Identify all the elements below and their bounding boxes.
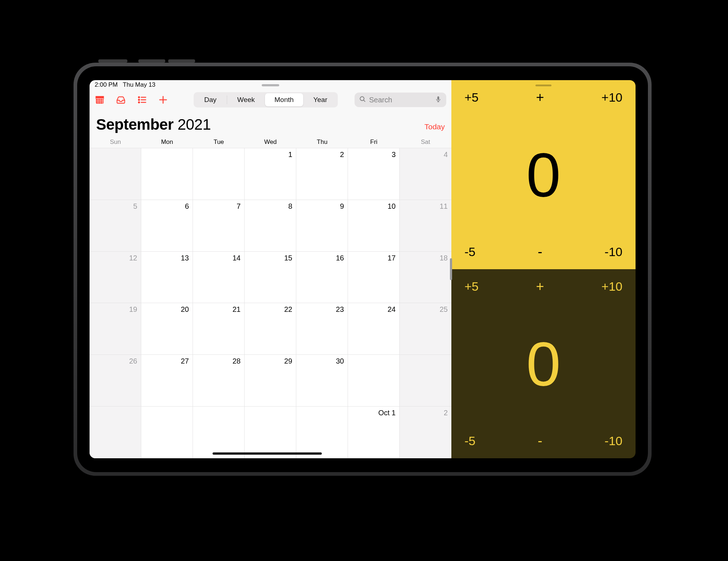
minus-button[interactable]: -: [538, 433, 542, 449]
day-cell[interactable]: 6: [141, 200, 193, 252]
month-title: September 2021: [96, 116, 211, 133]
segment-year[interactable]: Year: [304, 93, 337, 106]
today-button[interactable]: Today: [424, 122, 445, 133]
day-cell[interactable]: Oct 1: [348, 407, 400, 458]
view-segmented-control: Day Week Month Year: [194, 92, 338, 107]
power-button[interactable]: [98, 59, 127, 63]
day-cell[interactable]: 13: [141, 252, 193, 303]
counter-bottom-panel: +5 + +10 0 -5 - -10: [451, 269, 636, 458]
plus-button[interactable]: +: [536, 90, 544, 105]
day-cell[interactable]: 27: [141, 355, 193, 407]
day-cell[interactable]: 2: [296, 148, 348, 200]
search-icon: [359, 95, 366, 105]
inbox-icon[interactable]: [116, 95, 126, 105]
segment-day[interactable]: Day: [195, 93, 226, 106]
counter-top-panel: +5 + +10 0 -5 - -10: [451, 80, 636, 269]
day-cell[interactable]: 21: [193, 303, 245, 355]
weekday-sun: Sun: [90, 138, 141, 146]
minus-5-button[interactable]: -5: [464, 434, 475, 448]
counter-bot-minus-row: -5 - -10: [464, 433, 622, 449]
day-cell[interactable]: 12: [90, 252, 141, 303]
day-cell[interactable]: 14: [193, 252, 245, 303]
day-cell[interactable]: 28: [193, 355, 245, 407]
day-cell[interactable]: [400, 355, 451, 407]
day-cell[interactable]: [193, 407, 245, 458]
weekday-sat: Sat: [400, 138, 451, 146]
minus-10-button[interactable]: -10: [605, 245, 622, 259]
home-indicator[interactable]: [213, 452, 322, 455]
day-cell[interactable]: 10: [348, 200, 400, 252]
weekday-header: Sun Mon Tue Wed Thu Fri Sat: [90, 138, 451, 148]
weekday-mon: Mon: [141, 138, 193, 146]
screen: 2:00 PM Thu May 13: [90, 80, 636, 458]
day-cell[interactable]: 11: [400, 200, 451, 252]
list-icon[interactable]: [137, 95, 147, 105]
day-cell[interactable]: 1: [245, 148, 296, 200]
plus-10-button[interactable]: +10: [601, 279, 622, 294]
segment-month[interactable]: Month: [265, 93, 303, 106]
day-cell[interactable]: 18: [400, 252, 451, 303]
day-cell[interactable]: 3: [348, 148, 400, 200]
day-cell[interactable]: 26: [90, 355, 141, 407]
day-cell[interactable]: 7: [193, 200, 245, 252]
day-cell[interactable]: 8: [245, 200, 296, 252]
day-cell[interactable]: [296, 407, 348, 458]
day-cell[interactable]: 24: [348, 303, 400, 355]
svg-point-9: [138, 99, 139, 100]
ipad-bezel: 2:00 PM Thu May 13: [77, 66, 648, 472]
minus-5-button[interactable]: -5: [464, 245, 475, 259]
day-cell[interactable]: 19: [90, 303, 141, 355]
add-event-icon[interactable]: [158, 95, 168, 105]
minus-10-button[interactable]: -10: [605, 434, 622, 448]
search-field[interactable]: Search: [355, 93, 446, 107]
day-cell[interactable]: 16: [296, 252, 348, 303]
multitasking-pill-icon[interactable]: [535, 85, 551, 86]
day-cell[interactable]: 30: [296, 355, 348, 407]
svg-rect-18: [438, 96, 439, 100]
counter-bot-plus-row: +5 + +10: [464, 279, 622, 294]
day-cell[interactable]: [90, 148, 141, 200]
mic-icon[interactable]: [435, 95, 442, 105]
minus-button[interactable]: -: [538, 244, 542, 260]
svg-line-17: [364, 100, 365, 101]
day-cell[interactable]: 15: [245, 252, 296, 303]
status-time: 2:00 PM: [95, 81, 118, 89]
day-cell[interactable]: [141, 148, 193, 200]
status-date: Thu May 13: [123, 81, 155, 89]
day-cell[interactable]: 2: [400, 407, 451, 458]
day-cell[interactable]: 22: [245, 303, 296, 355]
plus-5-button[interactable]: +5: [464, 279, 479, 294]
plus-5-button[interactable]: +5: [464, 90, 479, 105]
calendar-toolbar: Day Week Month Year Search: [90, 90, 451, 110]
plus-button[interactable]: +: [536, 279, 544, 294]
day-cell[interactable]: [90, 407, 141, 458]
day-cell[interactable]: 4: [400, 148, 451, 200]
day-cell[interactable]: 25: [400, 303, 451, 355]
day-cell[interactable]: 5: [90, 200, 141, 252]
day-cell[interactable]: [245, 407, 296, 458]
calendar-grid[interactable]: 1234567891011121314151617181920212223242…: [90, 148, 451, 458]
multitasking-pill-icon[interactable]: [262, 84, 279, 86]
toolbar-icons: [95, 95, 168, 105]
plus-10-button[interactable]: +10: [601, 90, 622, 105]
day-cell[interactable]: 29: [245, 355, 296, 407]
weekday-wed: Wed: [245, 138, 296, 146]
day-cell[interactable]: 9: [296, 200, 348, 252]
day-cell[interactable]: [141, 407, 193, 458]
day-cell[interactable]: 23: [296, 303, 348, 355]
day-cell[interactable]: [193, 148, 245, 200]
counter-app: +5 + +10 0 -5 - -10 +5 + +10 0: [451, 80, 636, 458]
weekday-thu: Thu: [296, 138, 348, 146]
counter-top-value: 0: [464, 144, 622, 206]
volume-down-button[interactable]: [168, 59, 195, 63]
day-cell[interactable]: 17: [348, 252, 400, 303]
split-view-handle[interactable]: [450, 258, 452, 280]
day-cell[interactable]: [348, 355, 400, 407]
counter-top-minus-row: -5 - -10: [464, 244, 622, 260]
month-header: September 2021 Today: [90, 110, 451, 138]
calendars-icon[interactable]: [95, 95, 105, 105]
segment-week[interactable]: Week: [228, 93, 264, 106]
day-cell[interactable]: 20: [141, 303, 193, 355]
counter-bottom-value: 0: [464, 333, 622, 395]
volume-up-button[interactable]: [138, 59, 165, 63]
